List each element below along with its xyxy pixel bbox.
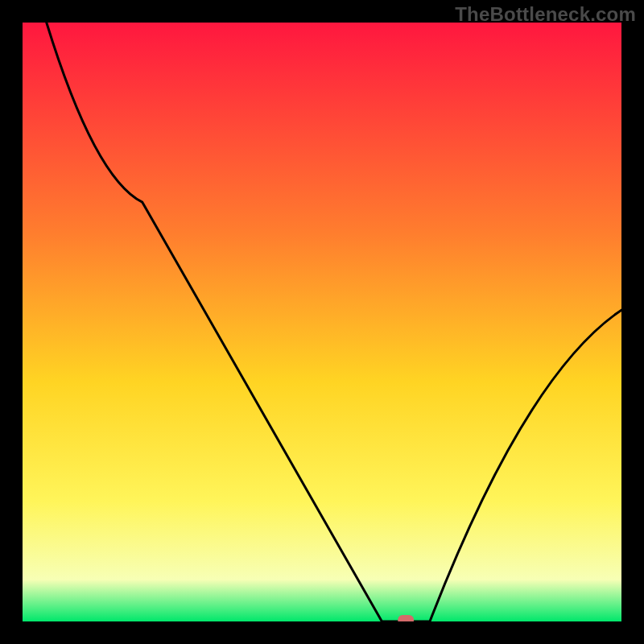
watermark-text: TheBottleneck.com [455, 3, 636, 26]
plot-area [23, 23, 621, 621]
gradient-background [23, 23, 621, 621]
chart-frame: TheBottleneck.com [0, 0, 644, 644]
bottleneck-chart [23, 23, 621, 621]
optimum-marker [398, 615, 414, 621]
